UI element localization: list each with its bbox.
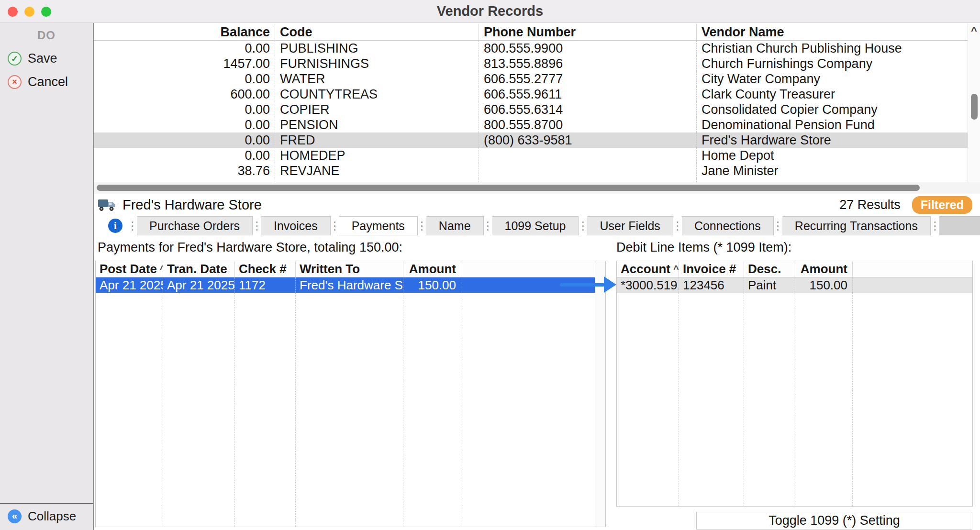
cell-code: FRED bbox=[275, 132, 479, 148]
cell-tran-date: Apr 21 2025 bbox=[163, 277, 235, 293]
cell-phone bbox=[479, 148, 697, 163]
tab-drag-handle-icon[interactable]: ⋮ bbox=[673, 216, 682, 235]
table-row[interactable]: 1457.00 FURNISHINGS 813.555.8896 Church … bbox=[94, 56, 968, 71]
column-header-check[interactable]: Check # bbox=[235, 261, 296, 277]
cell-balance: 1457.00 bbox=[94, 56, 275, 71]
info-button[interactable]: i bbox=[102, 216, 128, 235]
toggle-1099-button[interactable]: Toggle 1099 (*) Setting bbox=[696, 512, 972, 530]
column-header-tran-date[interactable]: Tran. Date bbox=[163, 261, 235, 277]
cell-phone: 606.555.6314 bbox=[479, 102, 697, 117]
debit-caption: Debit Line Items (* 1099 Item): bbox=[616, 240, 791, 255]
tab-1099-setup[interactable]: 1099 Setup bbox=[492, 216, 579, 235]
results-count: 27 Results bbox=[839, 198, 901, 212]
table-row[interactable]: 0.00 PUBLISHING 800.555.9900 Christian C… bbox=[94, 41, 968, 56]
tab-drag-handle-icon[interactable]: ⋮ bbox=[484, 216, 492, 235]
table-row[interactable]: 0.00 WATER 606.555.2777 City Water Compa… bbox=[94, 71, 968, 87]
collapse-button[interactable]: « Collapse bbox=[0, 504, 93, 530]
tab-connections[interactable]: Connections bbox=[682, 216, 774, 235]
tab-recurring-transactions[interactable]: Recurring Transactions bbox=[782, 216, 931, 235]
payments-table: Post Date ^ Tran. Date Check # Written T… bbox=[95, 261, 606, 527]
vendor-status-row: Fred's Hardware Store 27 Results Filtere… bbox=[94, 194, 980, 216]
zoom-window-button[interactable] bbox=[41, 7, 51, 17]
minimize-window-button[interactable] bbox=[24, 7, 34, 17]
column-header-amount[interactable]: Amount bbox=[794, 261, 853, 277]
cell-balance: 0.00 bbox=[94, 102, 275, 117]
cell-account: *3000.519... bbox=[617, 277, 679, 293]
close-window-button[interactable] bbox=[8, 7, 18, 17]
tab-drag-handle-icon[interactable]: ⋮ bbox=[128, 216, 137, 235]
column-header-post-date[interactable]: Post Date ^ bbox=[96, 261, 163, 277]
cell-check: 1172 bbox=[235, 277, 296, 293]
cell-vendor-name: Jane Minister bbox=[697, 163, 968, 178]
scrollbar-thumb[interactable] bbox=[971, 94, 978, 120]
column-header-desc[interactable]: Desc. bbox=[744, 261, 794, 277]
cell-code: WATER bbox=[275, 71, 479, 87]
cell-vendor-name: Clark County Treasurer bbox=[697, 87, 968, 102]
column-header-code[interactable]: Code bbox=[275, 24, 479, 41]
debit-table-header: Account ^ Invoice # Desc. Amount bbox=[617, 261, 972, 277]
cell-code: FURNISHINGS bbox=[275, 56, 479, 71]
column-header-empty bbox=[461, 261, 595, 277]
cell-code: COUNTYTREAS bbox=[275, 87, 479, 102]
table-row-selected[interactable]: 0.00 FRED (800) 633-9581 Fred's Hardware… bbox=[94, 132, 968, 148]
cell-post-date: Apr 21 2025 bbox=[96, 277, 163, 293]
column-header-empty bbox=[853, 261, 972, 277]
cancel-x-icon: × bbox=[8, 75, 22, 89]
tab-purchase-orders[interactable]: Purchase Orders bbox=[137, 216, 253, 235]
cell-amount: 150.00 bbox=[403, 277, 461, 293]
tab-invoices[interactable]: Invoices bbox=[261, 216, 331, 235]
cell-code: PENSION bbox=[275, 117, 479, 132]
cell-vendor-name: Church Furnishings Company bbox=[697, 56, 968, 71]
cell-code: HOMEDEP bbox=[275, 148, 479, 163]
sidebar: DO ✓ Save × Cancel « Collapse bbox=[0, 23, 94, 530]
column-header-vendor-name[interactable]: Vendor Name bbox=[697, 24, 968, 41]
payments-table-scrollbar[interactable] bbox=[595, 261, 605, 527]
tab-drag-handle-icon[interactable]: ⋮ bbox=[774, 216, 782, 235]
column-header-amount[interactable]: Amount bbox=[403, 261, 461, 277]
cell-code: PUBLISHING bbox=[275, 41, 479, 56]
tab-drag-handle-icon[interactable]: ⋮ bbox=[931, 216, 939, 235]
column-header-account[interactable]: Account ^ bbox=[617, 261, 679, 277]
cell-written-to: Fred's Hardware Store bbox=[296, 277, 403, 293]
tab-drag-handle-icon[interactable]: ⋮ bbox=[418, 216, 426, 235]
scrollbar-thumb[interactable] bbox=[97, 185, 920, 191]
table-row[interactable]: 0.00 PENSION 800.555.8700 Denominational… bbox=[94, 117, 968, 132]
vendor-table-filler bbox=[94, 178, 968, 182]
tab-payments[interactable]: Payments bbox=[339, 216, 418, 235]
debit-row[interactable]: *3000.519... 123456 Paint 150.00 bbox=[617, 277, 972, 293]
payments-table-filler bbox=[96, 293, 595, 527]
table-row[interactable]: 0.00 HOMEDEP Home Depot bbox=[94, 148, 968, 163]
tab-drag-handle-icon[interactable]: ⋮ bbox=[253, 216, 261, 235]
truck-icon bbox=[98, 198, 116, 212]
tab-user-fields[interactable]: User Fields bbox=[587, 216, 673, 235]
tab-bar-filler bbox=[939, 216, 980, 235]
cell-phone: 606.555.9611 bbox=[479, 87, 697, 102]
vendor-table-header: Balance Code Phone Number Vendor Name bbox=[94, 24, 968, 41]
cell-phone: (800) 633-9581 bbox=[479, 132, 697, 148]
table-row[interactable]: 38.76 REVJANE Jane Minister bbox=[94, 163, 968, 178]
column-header-balance[interactable]: Balance bbox=[94, 24, 275, 41]
sidebar-bottom: « Collapse bbox=[0, 503, 93, 530]
cell-vendor-name: Home Depot bbox=[697, 148, 968, 163]
vendor-table-hscrollbar[interactable] bbox=[94, 182, 980, 194]
cell-balance: 0.00 bbox=[94, 71, 275, 87]
payment-row-selected[interactable]: Apr 21 2025 Apr 21 2025 1172 Fred's Hard… bbox=[96, 277, 595, 293]
save-button[interactable]: ✓ Save bbox=[0, 47, 93, 70]
column-header-phone[interactable]: Phone Number bbox=[479, 24, 697, 41]
cell-code: COPIER bbox=[275, 102, 479, 117]
selected-vendor-name: Fred's Hardware Store bbox=[122, 197, 262, 213]
cell-invoice: 123456 bbox=[679, 277, 744, 293]
vendor-table-vscrollbar[interactable]: ^ bbox=[968, 24, 980, 182]
tab-name[interactable]: Name bbox=[426, 216, 484, 235]
tab-drag-handle-icon[interactable]: ⋮ bbox=[331, 216, 339, 235]
column-header-written-to[interactable]: Written To bbox=[296, 261, 403, 277]
tab-drag-handle-icon[interactable]: ⋮ bbox=[579, 216, 587, 235]
table-row[interactable]: 0.00 COPIER 606.555.6314 Consolidated Co… bbox=[94, 102, 968, 117]
cancel-button[interactable]: × Cancel bbox=[0, 70, 93, 94]
scroll-up-icon[interactable]: ^ bbox=[968, 24, 980, 38]
filtered-badge[interactable]: Filtered bbox=[912, 196, 972, 214]
table-row[interactable]: 600.00 COUNTYTREAS 606.555.9611 Clark Co… bbox=[94, 87, 968, 102]
column-header-invoice[interactable]: Invoice # bbox=[679, 261, 744, 277]
payments-table-header: Post Date ^ Tran. Date Check # Written T… bbox=[96, 261, 595, 277]
cell-balance: 600.00 bbox=[94, 87, 275, 102]
